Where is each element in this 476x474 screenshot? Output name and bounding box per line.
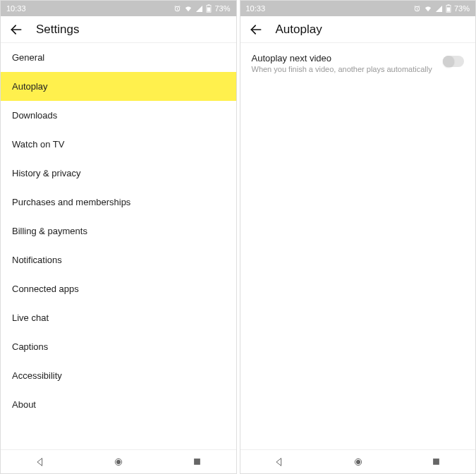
nav-bar	[240, 449, 476, 473]
svg-rect-2	[207, 8, 211, 12]
wifi-icon	[184, 5, 193, 13]
app-bar-settings: Settings	[1, 16, 236, 43]
settings-item-label: Notifications	[12, 255, 62, 265]
nav-recent-icon[interactable]	[431, 456, 441, 467]
status-time: 10:33	[246, 4, 266, 13]
wifi-icon	[424, 5, 432, 13]
settings-item-general[interactable]: General	[1, 43, 236, 72]
app-bar-title: Autoplay	[276, 23, 322, 37]
autoplay-text: Autoplay next video When you finish a vi…	[252, 53, 432, 73]
settings-item-watch-on-tv[interactable]: Watch on TV	[1, 130, 236, 159]
settings-item-captions[interactable]: Captions	[1, 332, 236, 361]
settings-item-label: Live chat	[12, 312, 49, 323]
svg-marker-12	[276, 458, 281, 466]
settings-item-history-privacy[interactable]: History & privacy	[1, 159, 236, 188]
nav-recent-icon[interactable]	[192, 456, 202, 467]
settings-item-billing-payments[interactable]: Billing & payments	[1, 217, 236, 245]
nav-home-icon[interactable]	[353, 456, 364, 468]
autoplay-toggle[interactable]	[443, 56, 464, 67]
settings-item-autoplay[interactable]: Autoplay	[1, 72, 236, 101]
settings-item-accessibility[interactable]: Accessibility	[1, 361, 236, 390]
svg-marker-4	[37, 458, 42, 466]
settings-item-label: Downloads	[12, 110, 57, 121]
phone-autoplay: 10:33 73% Autoplay Autoplay next	[240, 0, 477, 474]
autoplay-secondary-label: When you finish a video, another plays a…	[252, 65, 432, 73]
settings-item-label: History & privacy	[12, 168, 81, 178]
svg-rect-7	[194, 458, 200, 465]
settings-item-connected-apps[interactable]: Connected apps	[1, 274, 236, 303]
settings-item-label: Captions	[12, 341, 48, 352]
settings-item-label: Connected apps	[12, 284, 79, 294]
back-icon[interactable]	[9, 23, 23, 37]
signal-icon	[195, 5, 203, 13]
svg-rect-9	[447, 4, 449, 6]
autoplay-content: Autoplay next video When you finish a vi…	[240, 43, 476, 449]
svg-rect-10	[447, 8, 451, 12]
autoplay-primary-label: Autoplay next video	[252, 53, 432, 63]
alarm-icon	[173, 5, 181, 13]
settings-item-live-chat[interactable]: Live chat	[1, 303, 236, 332]
autoplay-next-video-row[interactable]: Autoplay next video When you finish a vi…	[240, 43, 476, 83]
settings-item-label: Purchases and memberships	[12, 197, 130, 207]
nav-back-icon[interactable]	[35, 456, 46, 468]
battery-pct: 73%	[454, 4, 470, 13]
status-bar: 10:33 73%	[240, 1, 476, 16]
settings-item-label: Watch on TV	[12, 139, 64, 150]
app-bar-autoplay: Autoplay	[240, 16, 476, 43]
settings-item-label: Billing & payments	[12, 226, 87, 236]
svg-point-14	[356, 460, 360, 463]
settings-item-label: Autoplay	[12, 81, 48, 92]
settings-list: GeneralAutoplayDownloadsWatch on TVHisto…	[1, 43, 236, 449]
back-icon[interactable]	[249, 23, 263, 37]
alarm-icon	[413, 5, 421, 13]
svg-point-6	[117, 460, 121, 463]
settings-item-label: Accessibility	[12, 370, 62, 381]
settings-item-notifications[interactable]: Notifications	[1, 245, 236, 274]
signal-icon	[435, 5, 443, 13]
app-bar-title: Settings	[36, 23, 79, 37]
svg-rect-1	[208, 4, 210, 6]
status-icons: 73%	[413, 4, 470, 13]
battery-icon	[206, 4, 212, 13]
nav-back-icon[interactable]	[274, 456, 285, 468]
nav-bar	[1, 449, 236, 473]
status-bar: 10:33 73%	[1, 1, 236, 16]
settings-item-about[interactable]: About	[1, 390, 236, 419]
battery-icon	[446, 4, 451, 13]
settings-item-label: General	[12, 52, 44, 63]
status-time: 10:33	[6, 4, 26, 13]
svg-rect-15	[433, 458, 439, 465]
phone-settings: 10:33 73% Settings GeneralAutoplayDownlo…	[0, 0, 237, 474]
settings-item-downloads[interactable]: Downloads	[1, 101, 236, 130]
nav-home-icon[interactable]	[113, 456, 124, 468]
settings-item-label: About	[12, 399, 36, 410]
battery-pct: 73%	[214, 4, 230, 13]
settings-item-purchases-and-memberships[interactable]: Purchases and memberships	[1, 188, 236, 217]
status-icons: 73%	[173, 4, 230, 13]
